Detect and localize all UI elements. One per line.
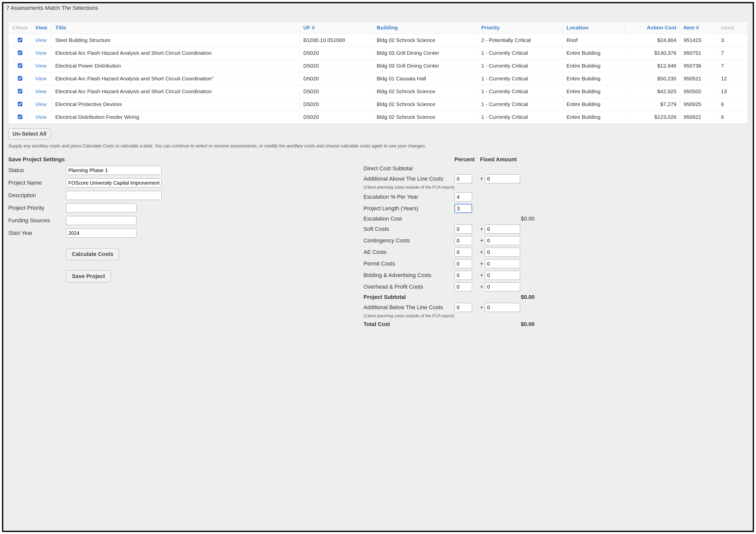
cell-item: 950751 (680, 47, 717, 60)
col-view[interactable]: View (32, 22, 52, 34)
plus-icon: + (480, 237, 483, 244)
bidding-pct-input[interactable] (454, 271, 472, 280)
description-input[interactable] (66, 191, 162, 200)
cell-building: Bldg 03 Grill Dining Center (373, 60, 478, 72)
cell-building: Bldg 02 Schrock Science (373, 111, 478, 123)
cell-priority: 1 - Currently Critical (478, 72, 563, 85)
col-location[interactable]: Location (563, 22, 625, 34)
cell-cost: $140,376 (625, 47, 680, 60)
cell-title: Electrical Arc Flash Hazard Analysis and… (52, 85, 300, 98)
view-link[interactable]: View (35, 76, 46, 81)
above-line-label: Additional Above The Line Costs (364, 175, 451, 182)
table-row: ViewElectrical Arc Flash Hazard Analysis… (9, 72, 747, 85)
cell-used: 13 (717, 85, 747, 98)
cell-item: 950736 (680, 60, 717, 72)
cell-item: 950925 (680, 98, 717, 111)
cell-location: Entire Building (563, 98, 625, 111)
ae-costs-pct-input[interactable] (454, 248, 472, 257)
plus-icon: + (480, 272, 483, 279)
project-length-label: Project Length (Years) (364, 205, 451, 212)
plus-icon: + (480, 304, 483, 311)
below-line-pct-input[interactable] (454, 303, 472, 312)
row-checkbox[interactable] (18, 50, 22, 55)
below-line-amt-input[interactable] (485, 303, 520, 312)
contingency-amt-input[interactable] (485, 236, 520, 245)
view-link[interactable]: View (35, 63, 46, 68)
overhead-pct-input[interactable] (454, 282, 472, 291)
row-checkbox[interactable] (18, 89, 22, 93)
cell-building: Bldg 02 Schrock Science (373, 34, 478, 47)
soft-costs-amt-input[interactable] (485, 225, 520, 234)
overhead-amt-input[interactable] (485, 282, 520, 291)
row-checkbox[interactable] (18, 38, 22, 42)
bidding-label: Bidding & Advertising Costs (364, 272, 451, 279)
bidding-amt-input[interactable] (485, 271, 520, 280)
cell-uf: D5020 (300, 98, 373, 111)
assessments-table-wrap: Check View Title UF # Building Priority … (8, 21, 748, 124)
cell-building: Bldg 02 Schrock Science (373, 85, 478, 98)
ae-costs-amt-input[interactable] (485, 248, 520, 257)
view-link[interactable]: View (35, 114, 46, 120)
instruction-text: Supply any ancillary costs and press Cal… (8, 144, 748, 149)
above-line-pct-input[interactable] (454, 174, 472, 183)
soft-costs-pct-input[interactable] (454, 225, 472, 234)
escalation-cost-value: $0.00 (521, 216, 561, 222)
view-link[interactable]: View (35, 50, 46, 56)
col-priority[interactable]: Priority (478, 22, 563, 34)
description-label: Description (8, 192, 66, 199)
col-action-cost[interactable]: Action Cost (625, 22, 680, 34)
cell-title: Electrical Protective Devices (52, 98, 300, 111)
col-item[interactable]: Item # (680, 22, 717, 34)
save-project-settings: Save Project Settings Status Project Nam… (8, 156, 348, 328)
soft-costs-label: Soft Costs (364, 226, 451, 232)
ae-costs-label: AE Costs (364, 249, 451, 255)
row-checkbox[interactable] (18, 115, 22, 119)
cell-location: Entire Building (563, 85, 625, 98)
fixed-amount-header: Fixed Amount (480, 156, 561, 163)
escalation-pct-label: Escalation % Per Year (364, 194, 451, 200)
plus-icon: + (480, 249, 483, 255)
table-row: ViewElectrical Protective DevicesD5020Bl… (9, 98, 747, 111)
start-year-input[interactable] (66, 228, 136, 238)
settings-area: Save Project Settings Status Project Nam… (8, 156, 748, 328)
table-row: ViewElectrical Arc Flash Hazard Analysis… (9, 85, 747, 98)
col-used[interactable]: Used (717, 22, 747, 34)
col-uf[interactable]: UF # (300, 22, 373, 34)
contingency-pct-input[interactable] (454, 236, 472, 245)
project-subtotal-value: $0.00 (521, 294, 561, 300)
escalation-cost-label: Escalation Cost (364, 216, 451, 222)
permit-pct-input[interactable] (454, 259, 472, 268)
below-line-label: Additional Below The Line Costs (364, 304, 451, 311)
unselect-all-button[interactable]: Un-Select All (8, 128, 51, 139)
cell-priority: 2 - Potentially Critical (478, 34, 563, 47)
funding-sources-input[interactable] (66, 216, 136, 225)
cell-title: Electrical Power Distribution (52, 60, 300, 72)
cell-title: Electrical Arc Flash Hazard Analysis and… (52, 47, 300, 60)
table-row: ViewElectrical Power DistributionD5020Bl… (9, 60, 747, 72)
col-check[interactable]: Check (9, 22, 32, 34)
col-title[interactable]: Title (52, 22, 300, 34)
row-checkbox[interactable] (18, 102, 22, 106)
row-checkbox[interactable] (18, 63, 22, 68)
cell-location: Entire Building (563, 60, 625, 72)
project-length-input[interactable] (454, 204, 472, 213)
project-priority-input[interactable] (66, 203, 136, 212)
cell-uf: D5020 (300, 47, 373, 60)
row-checkbox[interactable] (18, 76, 22, 81)
permit-amt-input[interactable] (485, 259, 520, 268)
project-name-input[interactable] (66, 178, 162, 187)
calculate-costs-button[interactable]: Calculate Costs (66, 248, 119, 260)
cell-cost: $42,925 (625, 85, 680, 98)
above-line-amt-input[interactable] (485, 174, 520, 183)
view-link[interactable]: View (35, 101, 46, 107)
escalation-pct-input[interactable] (454, 192, 472, 201)
cell-uf: B1030.10.051000 (300, 34, 373, 47)
save-project-button[interactable]: Save Project (66, 270, 111, 282)
status-input[interactable] (66, 166, 162, 175)
view-link[interactable]: View (35, 89, 46, 94)
cell-uf: D5020 (300, 72, 373, 85)
col-building[interactable]: Building (373, 22, 478, 34)
view-link[interactable]: View (35, 37, 46, 43)
cell-location: Entire Building (563, 47, 625, 60)
project-priority-label: Project Priority (8, 205, 66, 211)
